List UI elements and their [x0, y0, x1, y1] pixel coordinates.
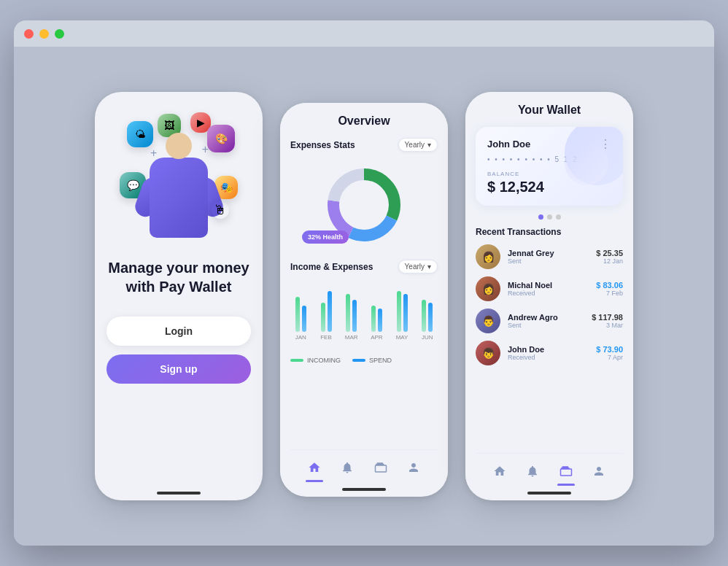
bar-spend-jun [428, 303, 433, 332]
tx-amount-michal: $ 83.06 [596, 281, 623, 290]
tx-name-michal: Michal Noel [508, 281, 589, 290]
bar-income-may [397, 291, 401, 332]
bar-income-jun [422, 300, 426, 332]
card-user-name: John Doe [487, 139, 530, 150]
bar-income-jan [295, 297, 300, 332]
tx-amount-col-andrew: $ 117.98 3 Mar [592, 313, 623, 329]
phone-login: 🌤 🖼 ▶ 🎨 💬 🎭 + + + 🖱 [95, 92, 263, 500]
indicator-3 [556, 214, 561, 220]
window-body: 🌤 🖼 ▶ 🎨 💬 🎭 + + + 🖱 [14, 47, 714, 546]
tx-avatar-andrew: 👨 [476, 309, 500, 333]
tx-amount-jennat: $ 25.35 [596, 249, 623, 257]
tx-date-andrew: 3 Mar [592, 322, 623, 329]
tx-name-johndoe: John Doe [508, 345, 589, 354]
bar-income-feb [321, 303, 325, 332]
tx-date-michal: 7 Feb [596, 290, 623, 297]
spend-dot [352, 359, 365, 362]
chart-legend: INCOMING SPEND [290, 357, 438, 364]
wallet-card: John Doe ⋮ • • • • • • • • • 5 1 2 BALAN… [476, 127, 623, 206]
income-label: Income & Expenses [290, 262, 373, 272]
wallet-title: Your Wallet [476, 104, 623, 117]
nav-home-wallet[interactable] [488, 460, 511, 483]
income-header: Income & Expenses Yearly ▾ [290, 260, 438, 274]
tx-amount-col-johndoe: $ 73.90 7 Apr [596, 345, 623, 361]
tx-amount-col-michal: $ 83.06 7 Feb [596, 281, 623, 297]
incoming-dot [290, 359, 303, 362]
donut-chart: 32% Health [290, 158, 438, 252]
bar-apr: APR [366, 274, 387, 341]
donut-health-label: 32% Health [302, 230, 349, 244]
transaction-item: 👨 Andrew Agro Sent $ 117.98 3 Mar [476, 309, 623, 333]
transaction-list: 👩 Jennat Grey Sent $ 25.35 12 Jan 👩 [476, 244, 623, 453]
illustration: 🌤 🖼 ▶ 🎨 💬 🎭 + + + 🖱 [107, 106, 251, 252]
app-icon-blue: 🌤 [127, 121, 153, 147]
tagline: Manage your money with Pay Wallet [107, 258, 251, 296]
tx-type-michal: Received [508, 290, 589, 297]
close-button[interactable] [24, 29, 34, 39]
tx-type-jennat: Sent [508, 257, 589, 265]
maximize-button[interactable] [55, 29, 64, 39]
label-apr: APR [371, 334, 382, 341]
transaction-item: 👩 Jennat Grey Sent $ 25.35 12 Jan [476, 244, 623, 269]
label-jan: JAN [295, 334, 306, 341]
tx-info-jennat: Jennat Grey Sent [508, 249, 589, 265]
bottom-nav-overview [290, 449, 438, 482]
tx-date-johndoe: 7 Apr [596, 354, 623, 361]
income-yearly-dropdown[interactable]: Yearly ▾ [398, 260, 438, 274]
signup-button[interactable]: Sign up [107, 354, 251, 384]
wallet-screen: Your Wallet John Doe ⋮ • • • • • • • • •… [465, 92, 633, 492]
tx-type-johndoe: Received [508, 354, 589, 361]
expenses-header: Expenses Stats Yearly ▾ [290, 138, 438, 152]
indicator-1 [538, 214, 543, 220]
overview-title: Overview [290, 115, 438, 128]
yearly-dropdown[interactable]: Yearly ▾ [398, 138, 438, 152]
nav-home[interactable] [303, 456, 326, 479]
tx-date-jennat: 12 Jan [596, 257, 623, 265]
legend-spend: SPEND [352, 357, 392, 364]
phone-overview: Overview Expenses Stats Yearly ▾ [280, 103, 448, 497]
nav-profile[interactable] [402, 456, 425, 479]
legend-incoming: INCOMING [290, 357, 341, 364]
bar-jan: JAN [290, 274, 311, 341]
indicator-2 [547, 214, 552, 220]
bottom-nav-wallet [476, 453, 623, 486]
titlebar [14, 20, 714, 47]
figure-head [166, 133, 192, 159]
login-screen: 🌤 🖼 ▶ 🎨 💬 🎭 + + + 🖱 [95, 92, 263, 492]
transaction-item: 👦 John Doe Received $ 73.90 7 Apr [476, 341, 623, 365]
nav-profile-wallet[interactable] [587, 460, 611, 483]
label-feb: FEB [320, 334, 332, 341]
bar-spend-apr [378, 309, 382, 332]
home-indicator-3 [527, 492, 571, 495]
tx-name-andrew: Andrew Agro [508, 313, 584, 322]
nav-active-indicator [306, 480, 323, 482]
app-window: 🌤 🖼 ▶ 🎨 💬 🎭 + + + 🖱 [14, 20, 714, 546]
wallet-active-indicator [557, 484, 575, 486]
cursor-icon: 🖱 [212, 201, 229, 219]
bar-spend-feb [328, 291, 332, 332]
bar-spend-may [403, 294, 408, 332]
label-may: MAY [396, 334, 408, 341]
nav-notifications[interactable] [336, 456, 359, 479]
bar-income-mar [346, 294, 350, 332]
nav-notifications-wallet[interactable] [521, 460, 544, 483]
tx-amount-col-jennat: $ 25.35 12 Jan [596, 249, 623, 265]
expenses-label: Expenses Stats [290, 140, 355, 150]
overview-screen: Overview Expenses Stats Yearly ▾ [280, 103, 448, 488]
tx-info-michal: Michal Noel Received [508, 281, 589, 297]
bar-may: MAY [392, 274, 413, 341]
home-indicator [157, 492, 201, 495]
tx-avatar-johndoe: 👦 [476, 341, 500, 365]
recent-transactions-label: Recent Transactions [476, 227, 623, 237]
minimize-button[interactable] [39, 29, 49, 39]
tx-name-jennat: Jennat Grey [508, 249, 589, 257]
bar-chart: JAN FEB [290, 279, 438, 352]
tx-info-johndoe: John Doe Received [508, 345, 589, 361]
login-button[interactable]: Login [107, 317, 251, 346]
nav-wallet[interactable] [369, 456, 392, 479]
bar-income-apr [371, 306, 376, 332]
tx-amount-johndoe: $ 73.90 [596, 345, 623, 354]
label-mar: MAR [345, 334, 358, 341]
nav-wallet-active[interactable] [554, 460, 578, 483]
chevron-down-icon: ▾ [427, 141, 431, 149]
